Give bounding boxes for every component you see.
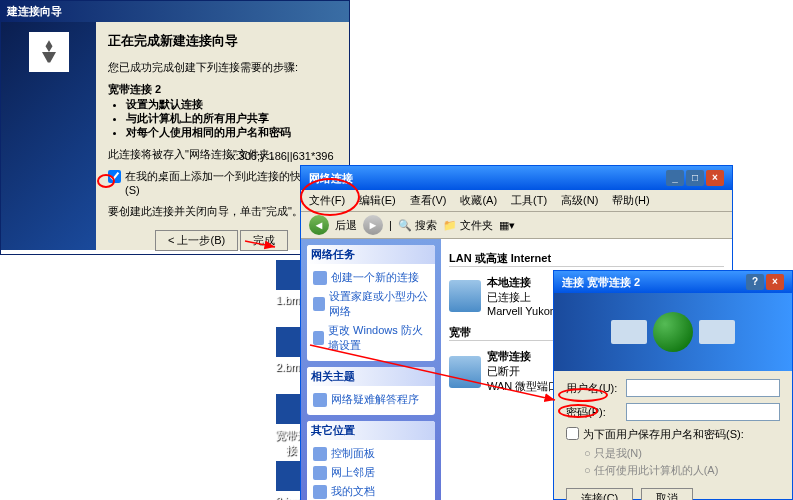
sidebar-task-new-conn[interactable]: 创建一个新的连接 [313,268,429,287]
username-input[interactable] [626,379,780,397]
views-icon[interactable]: ▦▾ [499,219,515,232]
menu-tools[interactable]: 工具(T) [511,193,547,208]
network-setup-icon [313,297,325,311]
wizard-heading: 正在完成新建连接向导 [108,32,337,50]
coordinate-text: x:306;y:186||631*396 [230,150,334,162]
wizard-bullet: 对每个人使用相同的用户名和密码 [126,125,337,139]
maximize-button[interactable]: □ [686,170,704,186]
sidebar-related: 相关主题 网络疑难解答程序 [307,367,435,415]
search-icon: 🔍 [398,219,412,232]
dial-banner-graphic [554,293,792,371]
wizard-titlebar: 建连接向导 [1,1,349,22]
new-connection-icon [313,271,327,285]
menu-help[interactable]: 帮助(H) [612,193,649,208]
sidebar-other-network-places[interactable]: 网上邻居 [313,463,429,482]
radio-only-me: ○ 只是我(N) [584,446,780,461]
menu-favorites[interactable]: 收藏(A) [460,193,497,208]
close-button[interactable]: × [706,170,724,186]
sidebar-task-firewall[interactable]: 更改 Windows 防火墙设置 [313,321,429,355]
dial-help-button[interactable]: ? [746,274,764,290]
wizard-window: 建连接向导 正在完成新建连接向导 您已成功完成创建下列连接需要的步骤: 宽带连接… [0,0,350,255]
documents-icon [313,485,327,499]
dial-close-button[interactable]: × [766,274,784,290]
explorer-toolbar: ◄ 后退 ► | 🔍搜索 📁文件夹 ▦▾ [301,212,732,239]
sidebar-other-control-panel[interactable]: 控制面板 [313,444,429,463]
sidebar-heading: 网络任务 [307,245,435,264]
menu-view[interactable]: 查看(V) [410,193,447,208]
explorer-sidebar: 网络任务 创建一个新的连接 设置家庭或小型办公网络 更改 Windows 防火墙… [301,239,441,500]
sidebar-heading: 其它位置 [307,421,435,440]
folder-icon: 📁 [443,219,457,232]
forward-button[interactable]: ► [363,215,383,235]
sidebar-task-setup-network[interactable]: 设置家庭或小型办公网络 [313,287,429,321]
wizard-shortcut-checkbox[interactable] [108,170,121,183]
wizard-bullet: 与此计算机上的所有用户共享 [126,111,337,125]
lan-icon [449,280,481,312]
wizard-back-button[interactable]: < 上一步(B) [155,230,238,251]
sidebar-network-tasks: 网络任务 创建一个新的连接 设置家庭或小型办公网络 更改 Windows 防火墙… [307,245,435,361]
save-credentials-checkbox[interactable] [566,427,579,440]
wizard-conn-name: 宽带连接 2 [108,82,337,97]
explorer-titlebar: 网络连接 _□× [301,166,732,190]
network-places-icon [313,466,327,480]
menu-edit[interactable]: 编辑(E) [359,193,396,208]
password-input[interactable] [626,403,780,421]
username-label: 用户名(U): [566,381,622,396]
back-button[interactable]: ◄ [309,215,329,235]
password-label: 密码(P): [566,405,622,420]
minimize-button[interactable]: _ [666,170,684,186]
wizard-finish-button[interactable]: 完成 [240,230,288,251]
save-credentials-label: 为下面用户保存用户名和密码(S): [583,427,744,442]
sidebar-other-my-documents[interactable]: 我的文档 [313,482,429,500]
sidebar-other-places: 其它位置 控制面板 网上邻居 我的文档 我的电脑 [307,421,435,500]
explorer-menubar: 文件(F) 编辑(E) 查看(V) 收藏(A) 工具(T) 高级(N) 帮助(H… [301,190,732,212]
help-icon [313,393,327,407]
sidebar-related-troubleshoot[interactable]: 网络疑难解答程序 [313,390,429,409]
wizard-bullet: 设置为默认连接 [126,97,337,111]
back-label[interactable]: 后退 [335,218,357,233]
sidebar-heading: 相关主题 [307,367,435,386]
folders-button[interactable]: 📁文件夹 [443,218,493,233]
wizard-sidebar-graphic [1,22,96,250]
broadband-icon [449,356,481,388]
control-panel-icon [313,447,327,461]
wizard-intro: 您已成功完成创建下列连接需要的步骤: [108,60,337,74]
handshake-icon [29,32,69,72]
dial-dialog: 连接 宽带连接 2 ?× 用户名(U): 密码(P): 为下面用户保存用户名和密… [553,270,793,500]
firewall-icon [313,331,324,345]
menu-file[interactable]: 文件(F) [309,193,345,208]
section-lan: LAN 或高速 Internet [449,251,724,267]
radio-anyone: ○ 任何使用此计算机的人(A) [584,463,780,478]
connect-button[interactable]: 连接(C) [566,488,633,500]
dial-titlebar: 连接 宽带连接 2 ?× [554,271,792,293]
search-button[interactable]: 🔍搜索 [398,218,437,233]
cancel-button[interactable]: 取消 [641,488,693,500]
menu-advanced[interactable]: 高级(N) [561,193,598,208]
